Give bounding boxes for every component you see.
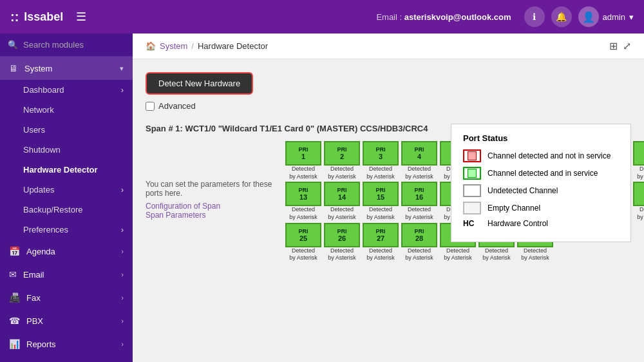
search-input[interactable] (23, 40, 125, 50)
hamburger-icon[interactable]: ☰ (76, 10, 86, 24)
port-num: 14 (338, 193, 346, 201)
legend-item-red: Channel detected and not in service (463, 149, 619, 162)
port-box-4[interactable]: PRI4 (401, 141, 437, 166)
port-num: 26 (338, 234, 346, 242)
port-detected-text: Detectedby Asterisk (401, 166, 437, 180)
sidebar-item-email[interactable]: ✉ Email › (0, 263, 133, 286)
port-num: 28 (415, 234, 423, 242)
sidebar-item-preferences[interactable]: Preferences › (0, 220, 133, 240)
sidebar-label-fax: Fax (26, 293, 41, 303)
advanced-checkbox[interactable] (146, 102, 155, 111)
advanced-label: Advanced (158, 101, 196, 111)
sidebar-item-updates[interactable]: Updates › (0, 180, 133, 200)
topbar: :: Issabel ☰ Email : asteriskvoip@outloo… (0, 0, 644, 33)
legend-label-hc: Hardware Control (488, 219, 548, 228)
sidebar-item-hardware-detector[interactable]: Hardware Detector (0, 160, 133, 180)
port-cell: PRI15Detectedby Asterisk (362, 182, 399, 221)
email-address: asteriskvoip@outlook.com (404, 12, 511, 22)
sidebar-item-agenda[interactable]: 📅 Agenda › (0, 240, 133, 263)
port-detected-text: Detectedby Asterisk (363, 206, 399, 221)
expand-icon[interactable]: ⤢ (623, 40, 631, 52)
port-info-text: You can set the parameters for these por… (146, 180, 274, 198)
sidebar: 🔍 🖥 System ▾ Dashboard › Network Users S… (0, 33, 133, 362)
port-detected-text: Detectedby Asterisk (285, 206, 321, 221)
port-box-15[interactable]: PRI15 (363, 182, 399, 206)
grid-icon[interactable]: ⊞ (609, 40, 618, 52)
port-box-27[interactable]: PRI27 (363, 223, 399, 247)
port-label: PRI (375, 228, 385, 234)
port-num: 27 (377, 234, 384, 242)
port-num: 25 (299, 234, 307, 242)
user-btn[interactable]: 👤 admin ▾ (578, 6, 634, 27)
sidebar-item-network[interactable]: Network (0, 100, 133, 120)
sidebar-item-pbx[interactable]: ☎ PBX › (0, 309, 133, 332)
port-box-26[interactable]: PRI26 (324, 223, 360, 247)
legend-item-green: Channel detected and in service (463, 167, 619, 180)
chevron-icon: › (121, 247, 124, 255)
sidebar-label-backup-restore: Backup/Restore (23, 205, 83, 214)
port-box-22[interactable]: PRI22 (633, 182, 644, 206)
sidebar-item-system[interactable]: 🖥 System ▾ (0, 57, 133, 80)
port-cell: PRI2Detectedby Asterisk (323, 141, 361, 180)
port-status-panel: Port Status Channel detected and not in … (451, 124, 631, 242)
sidebar-label-hardware-detector: Hardware Detector (23, 165, 98, 175)
breadcrumb-current: Hardware Detector (198, 41, 268, 51)
port-label: PRI (337, 146, 346, 153)
port-cell: PRI14Detectedby Asterisk (323, 182, 361, 221)
sidebar-item-backup-restore[interactable]: Backup/Restore (0, 200, 133, 220)
port-box-13[interactable]: PRI13 (285, 182, 321, 206)
search-icon: 🔍 (8, 40, 18, 50)
port-detected-text: Detectedby Asterisk (440, 247, 476, 262)
system-icon: 🖥 (9, 63, 18, 73)
port-cell: PRI4Detectedby Asterisk (401, 141, 438, 180)
port-cell: PRI1Detectedby Asterisk (285, 141, 322, 180)
legend-item-undetected: Undetected Channel (463, 184, 619, 197)
port-box-1[interactable]: PRI1 (285, 141, 321, 166)
span-params-link[interactable]: Span Parameters (146, 211, 205, 220)
port-box-14[interactable]: PRI14 (324, 182, 360, 206)
sidebar-label-users: Users (23, 125, 45, 135)
sidebar-label-updates: Updates (23, 185, 54, 195)
sidebar-item-dashboard[interactable]: Dashboard › (0, 80, 133, 100)
port-box-10[interactable]: PRI10 (633, 141, 644, 166)
sidebar-item-fax[interactable]: 📠 Fax › (0, 286, 133, 309)
port-box-16[interactable]: PRI16 (401, 182, 437, 206)
logo: :: Issabel (10, 10, 63, 24)
port-box-3[interactable]: PRI3 (363, 141, 399, 166)
port-cell: PRI13Detectedby Asterisk (285, 182, 322, 221)
port-detected-text: Detectedby Asterisk (363, 166, 399, 180)
port-box-2[interactable]: PRI2 (324, 141, 360, 166)
port-num: 3 (379, 153, 383, 160)
page-content: Detect New Hardware Advanced Port Status… (133, 59, 644, 275)
port-box-25[interactable]: PRI25 (285, 223, 321, 247)
port-num: 4 (417, 153, 421, 160)
port-detected-text: Detectedby Asterisk (285, 247, 321, 262)
breadcrumb: 🏠 System / Hardware Detector ⊞ ⤢ (133, 33, 644, 59)
detect-new-hardware-button[interactable]: Detect New Hardware (146, 72, 253, 95)
breadcrumb-separator: / (191, 41, 194, 51)
breadcrumb-system[interactable]: System (160, 41, 187, 51)
bell-icon-btn[interactable]: 🔔 (551, 6, 572, 27)
port-box-28[interactable]: PRI28 (401, 223, 437, 247)
config-span-link[interactable]: Configuration of Span (146, 202, 220, 211)
search-box[interactable]: 🔍 (0, 33, 133, 57)
sidebar-label-system: System (24, 64, 52, 73)
sidebar-item-extras[interactable]: ⚙ Extras › (0, 356, 133, 362)
chevron-icon: › (121, 294, 124, 301)
sidebar-item-users[interactable]: Users (0, 120, 133, 140)
port-num: 16 (415, 193, 423, 201)
legend-box-undetected (463, 184, 481, 197)
legend-box-empty (463, 202, 481, 214)
port-detected-text: Detectedby Asterisk (324, 247, 360, 262)
sidebar-item-shutdown[interactable]: Shutdown (0, 140, 133, 160)
info-icon-btn[interactable]: ℹ (524, 6, 545, 27)
port-label: PRI (298, 228, 308, 234)
sidebar-label-network: Network (23, 105, 54, 115)
port-detected-text: Detectedby Asterisk (633, 206, 644, 221)
legend-box-red (463, 149, 481, 162)
main-layout: 🔍 🖥 System ▾ Dashboard › Network Users S… (0, 33, 644, 362)
sidebar-item-reports[interactable]: 📊 Reports › (0, 332, 133, 356)
port-label: PRI (298, 187, 308, 193)
port-cell: PRI26Detectedby Asterisk (323, 223, 361, 262)
port-label: PRI (298, 146, 308, 153)
